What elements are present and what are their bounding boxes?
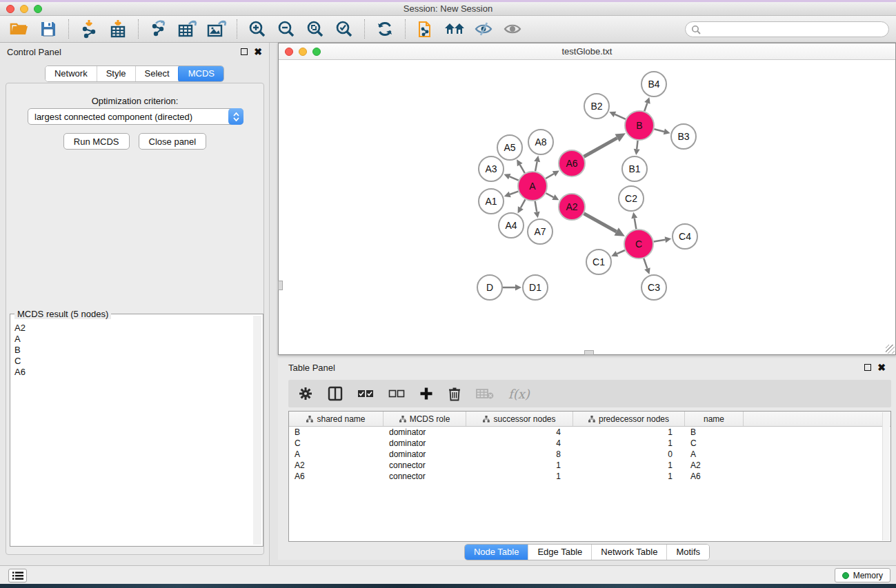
tab-node-table[interactable]: Node Table xyxy=(464,544,529,560)
close-table-panel-icon[interactable]: ✖ xyxy=(877,364,886,371)
graph-edge-A-A4[interactable] xyxy=(521,199,526,207)
mcds-result-list[interactable]: A2ABCA6 xyxy=(12,323,253,545)
graph-edge-A-A1[interactable] xyxy=(510,192,518,194)
function-builder-button[interactable]: f(x) xyxy=(508,387,530,401)
table-cell: A6 xyxy=(685,472,744,481)
network-view-window[interactable]: testGlobe.txt A5A8A6A3AA1A2A4A7B2B4BB3B1… xyxy=(278,43,896,355)
refresh-button[interactable] xyxy=(372,18,397,40)
resize-grip[interactable] xyxy=(886,345,895,354)
zoom-fit-button[interactable] xyxy=(303,18,328,40)
graph-edge-B-B1[interactable] xyxy=(637,141,637,149)
tab-edge-table[interactable]: Edge Table xyxy=(528,545,591,560)
deselect-all-columns-button[interactable] xyxy=(388,389,405,398)
tab-network[interactable]: Network xyxy=(46,66,97,81)
import-network-button[interactable] xyxy=(77,18,101,40)
graph-edge-B-B4[interactable] xyxy=(644,103,647,111)
export-network-button[interactable] xyxy=(146,18,171,40)
graph-edge-B-B2[interactable] xyxy=(615,114,626,119)
table-cell: dominator xyxy=(384,427,466,437)
criterion-dropdown[interactable]: largest connected component (directed) xyxy=(28,108,243,125)
table-row[interactable]: A2connector11A2 xyxy=(289,460,890,471)
result-scrollbar[interactable] xyxy=(253,316,261,545)
task-history-button[interactable] xyxy=(8,569,27,582)
table-cell: connector xyxy=(384,460,466,470)
left-splitter-stub[interactable] xyxy=(278,281,283,290)
graph-edge-A-A5[interactable] xyxy=(520,165,525,173)
graph-edge-A-A2[interactable] xyxy=(546,193,553,197)
graph-edge-A-A3[interactable] xyxy=(510,176,519,180)
float-table-panel-icon[interactable] xyxy=(864,364,871,371)
network-window-titlebar[interactable]: testGlobe.txt xyxy=(279,43,895,60)
graph-edge-A2-C[interactable] xyxy=(584,214,616,232)
table-row[interactable]: A6connector11A6 xyxy=(289,471,890,482)
network-from-file-button[interactable] xyxy=(413,18,438,40)
export-image-button[interactable] xyxy=(204,18,229,40)
column-layout-button[interactable] xyxy=(328,386,343,401)
mcds-result-item[interactable]: A6 xyxy=(14,367,253,378)
table-settings-button[interactable] xyxy=(298,386,313,401)
select-all-columns-button[interactable] xyxy=(357,389,374,398)
graph-edge-A-A7[interactable] xyxy=(535,201,537,212)
network-canvas[interactable]: A5A8A6A3AA1A2A4A7B2B4BB3B1C2CC4C1C3DD1 xyxy=(279,60,895,354)
add-column-button[interactable] xyxy=(419,387,433,401)
edge-arrowhead xyxy=(665,236,672,243)
tab-style[interactable]: Style xyxy=(97,66,135,81)
save-session-button[interactable] xyxy=(36,18,61,40)
mcds-result-item[interactable]: A xyxy=(14,334,253,345)
column-header-name[interactable]: name xyxy=(685,412,744,426)
close-panel-icon[interactable]: ✖ xyxy=(254,48,262,55)
graph-edge-C-C1[interactable] xyxy=(617,250,624,254)
hide-panels-button[interactable] xyxy=(471,18,496,40)
close-panel-button[interactable]: Close panel xyxy=(139,133,207,150)
search-input[interactable] xyxy=(701,22,888,37)
column-header-MCDS-role[interactable]: MCDS role xyxy=(384,412,466,426)
column-header-successor-nodes[interactable]: successor nodes xyxy=(466,412,573,426)
graph-edge-C-C2[interactable] xyxy=(635,219,637,230)
table-row[interactable]: Cdominator41C xyxy=(289,438,890,449)
graph-edge-B-B3[interactable] xyxy=(654,129,664,132)
tab-mcds[interactable]: MCDS xyxy=(178,65,224,82)
export-table-button[interactable] xyxy=(175,18,200,40)
memory-button[interactable]: Memory xyxy=(835,568,890,582)
graph-edge-C-C4[interactable] xyxy=(654,240,666,242)
birdseye-button[interactable] xyxy=(442,18,467,40)
table-row[interactable]: Bdominator41B xyxy=(289,427,890,438)
import-table-button[interactable] xyxy=(106,18,130,40)
node-label-C4: C4 xyxy=(679,231,691,242)
graph-edge-A6-B[interactable] xyxy=(584,138,617,156)
open-session-button[interactable] xyxy=(7,18,32,40)
tab-network-table[interactable]: Network Table xyxy=(591,545,666,560)
delete-table-button[interactable] xyxy=(476,387,494,400)
mcds-result-item[interactable]: C xyxy=(14,356,253,367)
table-scrollbar[interactable] xyxy=(882,412,890,540)
node-label-A4: A4 xyxy=(505,220,517,231)
node-label-C1: C1 xyxy=(593,256,605,267)
network-graph[interactable]: A5A8A6A3AA1A2A4A7B2B4BB3B1C2CC4C1C3DD1 xyxy=(279,60,895,354)
mcds-result-item[interactable]: B xyxy=(14,345,253,356)
delete-table-icon xyxy=(476,387,494,400)
delete-column-button[interactable] xyxy=(448,386,461,401)
graph-edge-A-A8[interactable] xyxy=(535,162,537,172)
bottom-splitter-stub[interactable] xyxy=(584,350,594,355)
run-mcds-button[interactable]: Run MCDS xyxy=(63,133,130,150)
mcds-result-item[interactable]: A2 xyxy=(14,323,253,334)
table-type-tabs: Node TableEdge TableNetwork TableMotifs xyxy=(464,544,710,560)
tab-select[interactable]: Select xyxy=(135,66,179,81)
search-field[interactable] xyxy=(685,21,889,37)
column-header-shared-name[interactable]: shared name xyxy=(289,412,384,426)
tab-motifs[interactable]: Motifs xyxy=(666,545,709,560)
zoom-fit-icon xyxy=(306,20,324,38)
zoom-in-button[interactable] xyxy=(245,18,270,40)
node-label-B: B xyxy=(636,120,642,131)
main-titlebar[interactable]: Session: New Session xyxy=(0,2,896,16)
float-panel-icon[interactable] xyxy=(241,48,248,55)
node-table[interactable]: shared nameMCDS rolesuccessor nodesprede… xyxy=(288,411,891,542)
column-header-predecessor-nodes[interactable]: predecessor nodes xyxy=(573,412,685,426)
zoom-out-button[interactable] xyxy=(274,18,299,40)
application-window: Session: New Session xyxy=(0,0,896,588)
zoom-selected-button[interactable] xyxy=(332,18,357,40)
show-panels-button[interactable] xyxy=(500,18,525,40)
graph-edge-C-C3[interactable] xyxy=(644,258,647,269)
table-row[interactable]: Adominator80A xyxy=(289,449,890,460)
graph-edge-A-A6[interactable] xyxy=(546,174,554,179)
